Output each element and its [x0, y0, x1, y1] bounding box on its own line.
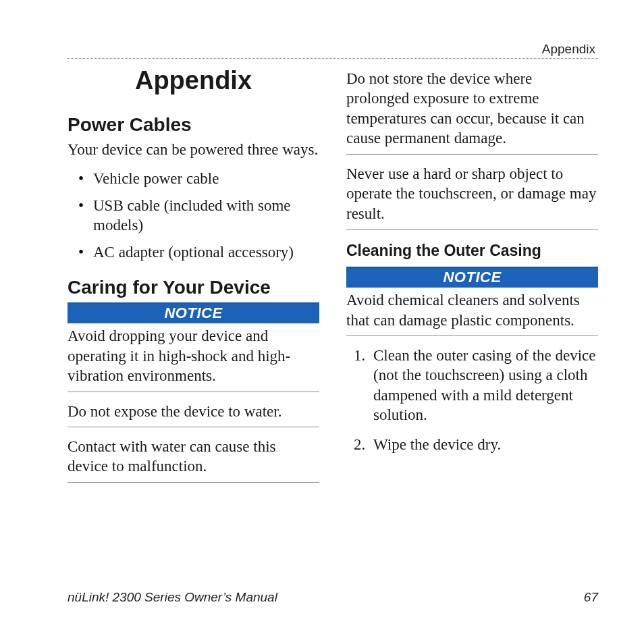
right-column: Do not store the device where prolonged … — [346, 62, 598, 492]
section-power-cables: Power Cables — [68, 114, 319, 136]
subsection-cleaning-casing: Cleaning the Outer Casing — [346, 242, 598, 260]
notice-text: Do not expose the device to water. — [68, 402, 319, 427]
list-item: Vehicle power cable — [68, 169, 319, 188]
page-number: 67 — [584, 590, 598, 605]
content-columns: Appendix Power Cables Your device can be… — [68, 62, 598, 492]
notice-text: Contact with water can cause this device… — [68, 437, 319, 483]
notice-text: Avoid chemical cleaners and solvents tha… — [346, 290, 598, 336]
list-item: USB cable (included with some models) — [68, 196, 319, 236]
notice-label: NOTICE — [68, 304, 319, 323]
notice-text: Avoid dropping your device and operating… — [68, 326, 319, 392]
manual-page: Appendix Appendix Power Cables Your devi… — [0, 0, 644, 644]
notice-box-caring: NOTICE — [68, 302, 319, 323]
header-divider — [68, 58, 598, 59]
page-title: Appendix — [68, 62, 319, 95]
manual-title: nüLink! 2300 Series Owner’s Manual — [68, 590, 277, 605]
notice-paragraphs: Avoid dropping your device and operating… — [68, 326, 319, 483]
list-item: Wipe the device dry. — [369, 435, 598, 454]
running-header: Appendix — [542, 42, 595, 57]
continued-notice-paragraphs: Do not store the device where prolonged … — [346, 69, 598, 230]
notice-text: Do not store the device where prolonged … — [346, 69, 598, 155]
page-footer: nüLink! 2300 Series Owner’s Manual 67 — [68, 590, 598, 605]
list-item: Clean the outer casing of the device (no… — [369, 346, 598, 425]
left-column: Appendix Power Cables Your device can be… — [68, 62, 319, 492]
notice-label: NOTICE — [346, 268, 598, 288]
list-item: AC adapter (optional accessory) — [68, 242, 319, 262]
notice-text: Never use a hard or sharp object to oper… — [346, 164, 598, 230]
power-cables-list: Vehicle power cable USB cable (included … — [68, 169, 319, 262]
cleaning-steps: Clean the outer casing of the device (no… — [346, 346, 598, 454]
notice-paragraphs: Avoid chemical cleaners and solvents tha… — [346, 290, 598, 336]
power-cables-intro: Your device can be powered three ways. — [68, 140, 319, 159]
section-caring-device: Caring for Your Device — [68, 277, 319, 298]
notice-box-cleaning: NOTICE — [346, 267, 598, 288]
